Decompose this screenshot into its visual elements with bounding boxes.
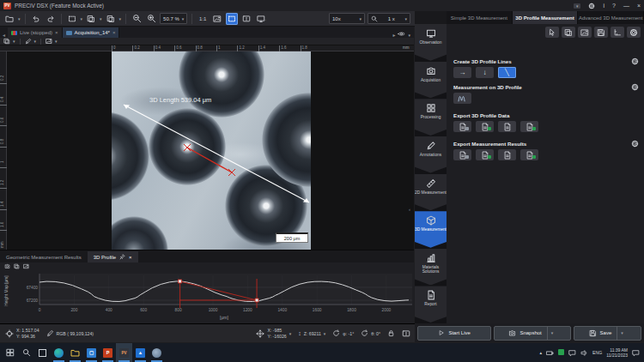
tab-geometric-results[interactable]: Geometric Measurement Results — [0, 251, 88, 262]
stage-dialog-icon[interactable] — [402, 329, 410, 338]
lock-icon[interactable] — [387, 329, 395, 337]
chart-copy-icon[interactable] — [14, 263, 20, 269]
sidebar-item-processing[interactable]: Processing — [415, 99, 447, 136]
stage-move-icon[interactable] — [256, 329, 264, 338]
taskbar-paint3d[interactable] — [149, 343, 165, 362]
export-excel-button[interactable] — [476, 149, 494, 160]
taskbar-task-view[interactable] — [34, 343, 51, 362]
sidebar-item-2d-measurement[interactable]: 2D Measurement — [415, 174, 447, 211]
export-text-button[interactable] — [498, 121, 516, 132]
tab-live[interactable]: Live (stopped)× — [8, 27, 63, 38]
layers-icon[interactable] — [3, 38, 10, 45]
settings-gear-icon[interactable] — [588, 3, 595, 9]
chart-snapshot-icon[interactable] — [4, 263, 10, 269]
visibility-eye-icon[interactable] — [398, 30, 405, 38]
image-viewer-canvas[interactable]: 00.20.40.60.811.21.41.61.8mm 0.20.40.60.… — [0, 45, 414, 250]
digital-zoom-combo[interactable]: 1 x▾ — [368, 13, 410, 24]
actual-size-button[interactable]: 1:1 — [197, 13, 209, 25]
titlebar-chevron-down-icon[interactable]: ▾ — [574, 3, 581, 9]
taskbar-start[interactable] — [2, 343, 18, 362]
overlay-dropdown[interactable]: ▾ — [55, 39, 58, 44]
free-line-tool[interactable]: ╲ — [498, 67, 516, 78]
tab-live-close-icon[interactable]: × — [55, 30, 58, 35]
zoom-in-button[interactable] — [145, 13, 157, 25]
layers-dropdown[interactable]: ▾ — [13, 39, 15, 44]
pin-icon[interactable] — [119, 254, 125, 260]
export-excel-button[interactable] — [476, 121, 494, 132]
save-button[interactable]: Save▾ — [574, 326, 641, 341]
sidebar-item-annotations[interactable]: Annotations — [415, 136, 447, 173]
fit-image-button[interactable] — [211, 13, 223, 25]
sidebar-item-observation[interactable]: Observation — [415, 24, 447, 61]
close-button[interactable]: × — [637, 3, 641, 9]
language-indicator[interactable]: ENG — [592, 350, 602, 355]
measure-marker-start[interactable] — [179, 280, 182, 283]
paste-dropdown[interactable]: ▾ — [119, 16, 122, 21]
tab-acquisition[interactable]: Acquisition_14*× — [63, 27, 120, 38]
taskbar-mail[interactable]: ▢ — [83, 343, 100, 362]
sidebar-item-report[interactable]: Report — [415, 286, 447, 323]
tool-image-button[interactable] — [578, 27, 592, 38]
bottom-panel-close-icon[interactable]: × — [129, 255, 132, 260]
tab-3d-profile-measurement[interactable]: 3D Profile Measurement — [513, 11, 579, 24]
help-icon[interactable]: ? — [612, 3, 616, 9]
microscope-image[interactable]: 3D Length 539.04 μm 200 μm — [112, 51, 311, 250]
taskbar-photos[interactable]: ▲ — [132, 343, 149, 362]
z-dropdown[interactable]: ▾ — [324, 331, 326, 336]
tab-scroll-left-icon[interactable]: ◂ — [0, 32, 8, 38]
taskbar-edge[interactable] — [51, 343, 67, 362]
tab-acquisition-close-icon[interactable]: × — [112, 30, 116, 35]
tab-3d-profile[interactable]: 3D Profile × — [88, 251, 138, 262]
tool-corner-button[interactable] — [611, 27, 624, 38]
tray-chat-icon[interactable] — [568, 349, 576, 357]
taskbar-file-explorer[interactable] — [67, 343, 83, 362]
dual-view-button[interactable] — [240, 13, 252, 25]
snapshot-button[interactable]: Snapshot▾ — [494, 326, 571, 341]
open-file-button[interactable] — [3, 13, 15, 25]
open-file-dropdown[interactable]: ▾ — [18, 16, 21, 21]
snapshot-dropdown[interactable]: ▾ — [547, 327, 557, 340]
tray-chevron-up-icon[interactable]: ▴ — [539, 350, 542, 355]
stage-dropdown[interactable]: ▾ — [289, 331, 292, 336]
select-tool-button[interactable] — [66, 13, 78, 25]
info-icon[interactable]: i — [603, 3, 605, 9]
tab-advanced-3d-measurement[interactable]: Advanced 3D Measurement — [578, 11, 644, 24]
taskbar-search[interactable] — [18, 343, 34, 362]
panel-expander-icon[interactable]: ‹ — [409, 207, 410, 212]
start-live-button[interactable]: Start Live — [417, 326, 491, 341]
select-tool-dropdown[interactable]: ▾ — [81, 16, 83, 21]
export-settings-gear-icon[interactable] — [631, 140, 639, 148]
tab-simple-3d-measurement[interactable]: Simple 3D Measurement — [447, 11, 513, 24]
copy-button[interactable] — [85, 13, 97, 25]
sidebar-item-acquisition[interactable]: Acquisition — [415, 62, 447, 99]
create-settings-gear-icon[interactable] — [631, 57, 639, 65]
viewer-play-icon[interactable]: ▸ — [392, 32, 395, 38]
measurement-settings-gear-icon[interactable] — [631, 83, 639, 91]
fit-screen-button[interactable] — [226, 13, 238, 25]
taskbar-clock[interactable]: 11:39 AM11/21/2023 — [606, 347, 628, 358]
overlay-chart-icon[interactable] — [46, 38, 52, 45]
copy-dropdown[interactable]: ▾ — [100, 16, 102, 21]
tool-copy-button[interactable] — [562, 27, 575, 38]
measure-marker-end[interactable] — [255, 299, 258, 302]
vertical-line-tool[interactable]: ↓ — [476, 67, 494, 78]
tool-settings-button[interactable] — [627, 27, 641, 38]
tray-defender-icon[interactable] — [558, 349, 564, 356]
annotation-dropdown[interactable]: ▾ — [34, 39, 37, 44]
redo-button[interactable] — [45, 13, 57, 25]
horizontal-line-tool[interactable]: → — [453, 67, 471, 78]
export-text-button[interactable] — [498, 149, 516, 160]
export-csv-button[interactable] — [453, 149, 471, 160]
zoom-out-button[interactable] — [131, 13, 143, 25]
tray-speaker-icon[interactable] — [580, 349, 588, 357]
display-mode-button[interactable]: . — [255, 13, 267, 25]
tool-save-button[interactable] — [594, 27, 608, 38]
tray-battery-icon[interactable] — [546, 349, 554, 357]
annotation-pen-icon[interactable] — [25, 38, 32, 45]
action-center-icon[interactable] — [632, 349, 640, 357]
minimize-button[interactable]: — — [623, 3, 629, 9]
tool-pointer-button[interactable] — [545, 27, 559, 38]
sidebar-item-materials-solutions[interactable]: Materials Solutions — [415, 249, 447, 286]
profile-measure-tool[interactable] — [453, 93, 471, 104]
export-xml-button[interactable] — [520, 149, 538, 160]
